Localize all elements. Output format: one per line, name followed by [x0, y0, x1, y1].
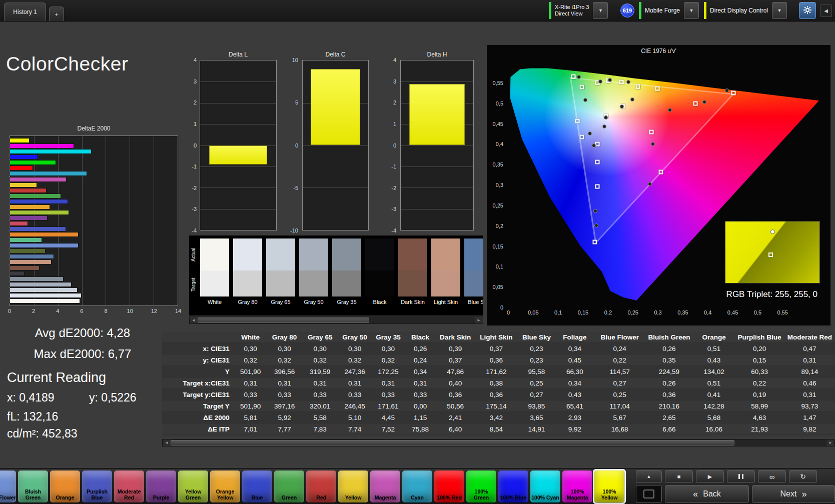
table-cell: 142,28 [693, 400, 734, 412]
axis-tick-label: 2 [194, 100, 197, 106]
table-cell: 0,31 [405, 378, 436, 389]
measured-marker [620, 104, 624, 108]
table-cell: 0,26 [405, 343, 436, 354]
axis-tick-label: 1 [393, 121, 396, 127]
pause-button[interactable] [727, 470, 755, 483]
table-row: x: CIE310,300,300,300,300,300,260,390,37… [162, 343, 835, 354]
axis-tick-label: 0,25 [493, 202, 503, 208]
patch-label: Light Skin [431, 299, 460, 305]
deltae-bar-white [10, 299, 80, 303]
scroll-left-button[interactable]: ◄ [163, 440, 171, 446]
deltae2000-x-axis: 02468101214 [10, 308, 178, 315]
deltae-bar-light-skin [10, 260, 51, 264]
pattern-swatch-purplish-blue[interactable]: Purplish Blue [82, 470, 112, 502]
pattern-swatch-green[interactable]: Green [274, 470, 304, 502]
axis-tick-label: 4 [194, 57, 197, 63]
axis-tick-label: -5 [293, 185, 298, 191]
pattern-swatch-magenta[interactable]: Magenta [370, 470, 400, 502]
play-button[interactable]: ▶ [696, 470, 724, 483]
table-scrollbar[interactable]: ◄ ► [162, 439, 835, 446]
scrollbar-track[interactable] [171, 440, 826, 446]
patch-actual-color [431, 238, 460, 270]
axis-tick-label: 8 [105, 308, 108, 314]
pattern-swatch-100-magenta[interactable]: 100% Magenta [562, 470, 592, 502]
pattern-swatch-orange[interactable]: Orange [50, 470, 80, 502]
patch-strip-scrollbar[interactable]: ◄ ► [189, 316, 483, 324]
stop-button[interactable]: ■ [665, 470, 693, 483]
patch-actual-color [266, 238, 295, 270]
table-cell: 5,58 [303, 412, 338, 424]
scroll-left-button[interactable]: ◄ [190, 317, 198, 324]
table-cell: 0,38 [475, 378, 518, 389]
scroll-right-button[interactable]: ► [475, 317, 483, 324]
table-cell: 320,01 [303, 400, 338, 412]
meter-dropdown-button[interactable]: ▼ [593, 2, 608, 19]
pattern-window-button[interactable] [636, 485, 662, 503]
column-header: Foliage [555, 332, 594, 343]
patch-label: Blue Sky [464, 299, 483, 305]
pattern-swatch-blue-flower[interactable]: Blue Flower [0, 470, 16, 502]
target-marker [619, 80, 624, 84]
table-cell: 7,77 [267, 424, 303, 435]
deltae2000-plot [10, 136, 178, 306]
back-button[interactable]: « Back [665, 485, 749, 503]
scrollbar-thumb[interactable] [171, 440, 734, 446]
table-row: Target y:CIE310,330,330,330,330,330,330,… [162, 389, 835, 400]
target-point-marker [768, 252, 773, 257]
pattern-swatch-100-blue[interactable]: 100% Blue [498, 470, 528, 502]
pattern-swatch-100-green[interactable]: 100% Green [466, 470, 496, 502]
cie-y-axis: 0,550,50,450,40,350,30,250,20,150,10,050 [487, 58, 506, 308]
scroll-right-button[interactable]: ► [826, 440, 834, 446]
patch-target-color [266, 270, 295, 296]
cie-x-axis: 00,050,10,150,20,250,30,350,40,450,50,55 [508, 310, 822, 318]
cie-plot: RGB Triplet: 255, 255, 0 [508, 58, 822, 308]
display-control-dropdown-button[interactable]: ▼ [772, 2, 787, 19]
patch-actual-color [398, 238, 427, 270]
loop-button[interactable]: ↻ [789, 470, 817, 483]
table-cell: 1,47 [784, 412, 835, 424]
gear-icon [803, 6, 812, 16]
next-button[interactable]: Next » [752, 485, 835, 503]
table-cell: 0,32 [235, 354, 267, 366]
settings-button[interactable] [799, 2, 816, 19]
pattern-swatch-yellow[interactable]: Yellow [338, 470, 368, 502]
current-reading-heading: Current Reading [7, 370, 106, 386]
measurement-table-container: WhiteGray 80Gray 65Gray 50Gray 35BlackDa… [162, 332, 835, 438]
table-cell: 247,36 [338, 366, 372, 378]
target-marker [593, 240, 597, 244]
pattern-swatch-orange-yellow[interactable]: Orange Yellow [210, 470, 240, 502]
pattern-swatch-100-red[interactable]: 100% Red [434, 470, 464, 502]
pattern-swatch-label: Blue Flower [0, 495, 16, 503]
table-row: y: CIE310,320,320,320,320,320,240,370,36… [162, 354, 835, 366]
add-tab-button[interactable]: + [49, 6, 64, 21]
deltae-bar-gray-80 [10, 294, 81, 298]
axis-tick-label: 0 [295, 142, 298, 148]
pattern-swatch-red[interactable]: Red [306, 470, 336, 502]
collapse-panel-button[interactable]: ◀ [820, 4, 832, 17]
table-cell: 16,68 [594, 424, 645, 435]
table-cell: 50,56 [436, 400, 475, 412]
pattern-swatch-moderate-red[interactable]: Moderate Red [114, 470, 144, 502]
source-dropdown-button[interactable]: ▼ [684, 2, 699, 19]
table-cell: 0,31 [303, 378, 338, 389]
pattern-swatch-yellow-green[interactable]: Yellow Green [178, 470, 208, 502]
pattern-swatch-100-cyan[interactable]: 100% Cyan [530, 470, 560, 502]
pattern-swatch-bluish-green[interactable]: Bluish Green [18, 470, 48, 502]
table-header-row: WhiteGray 80Gray 65Gray 50Gray 35BlackDa… [162, 332, 835, 343]
continuous-measure-button[interactable]: ∞ [758, 470, 786, 483]
tab-history-1[interactable]: History 1 [4, 2, 46, 21]
scrollbar-thumb[interactable] [198, 318, 369, 323]
pattern-swatch-cyan[interactable]: Cyan [402, 470, 432, 502]
table-cell: 8,54 [475, 424, 518, 435]
row-label: y: CIE31 [162, 354, 235, 366]
tab-history-1-label: History 1 [13, 8, 37, 16]
pattern-swatch-blue[interactable]: Blue [242, 470, 272, 502]
expand-toolbar-button[interactable]: ▲ [636, 470, 662, 483]
table-cell: 0,32 [338, 354, 372, 366]
table-cell: 0,36 [436, 389, 475, 400]
pattern-swatch-purple[interactable]: Purple [146, 470, 176, 502]
scrollbar-track[interactable] [198, 317, 475, 324]
table-cell: 0,43 [555, 389, 594, 400]
pattern-swatch-100-yellow[interactable]: 100% Yellow [594, 470, 624, 502]
pattern-swatch-selected-frame: 100% Yellow [593, 469, 626, 504]
